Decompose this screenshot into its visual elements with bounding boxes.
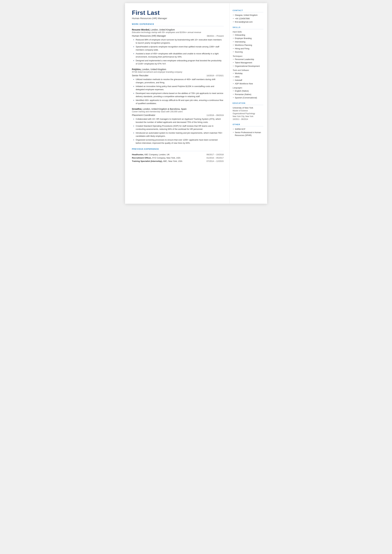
name-title-block: First Last Human Resources (HR) Manager <box>132 9 224 20</box>
sidebar: CONTACT Glasgow, United Kingdom +44 1234… <box>230 3 267 204</box>
bullet-list-0: Reduced 88% of employee churn turnover b… <box>132 38 224 65</box>
tool-workday: Workday <box>233 72 263 75</box>
other-sphr: Senior Professional in Human Resources (… <box>233 131 263 137</box>
candidate-title: Human Resources (HR) Manager <box>132 17 224 20</box>
previous-experience-heading: PREVIOUS EXPERIENCE <box>132 148 224 151</box>
contact-phone: +44 1234567890 <box>233 17 263 20</box>
main-column: First Last Human Resources (HR) Manager … <box>125 3 230 204</box>
tool-hris: HRIS <box>233 76 263 78</box>
skills-heading: SKILLS <box>233 26 263 29</box>
bullet-item: Designed and implemented a new employee … <box>133 59 224 65</box>
company-block-growthsi: Growthsi, London, United Kingdom & Barce… <box>132 108 224 145</box>
languages-label: Languages: <box>233 87 263 89</box>
job-title-line-0: Human Resources (HR) Manager 08/2021 – P… <box>132 35 224 37</box>
company-name-resume-worded: Resume Worded, London, United Kingdom <box>132 28 224 31</box>
prev-exp-dates-0: 06/2017 – 10/2018 <box>206 153 224 156</box>
edu-field: Organizational Psychology <box>233 112 263 115</box>
company-desc-polyhire: NYSE-listed recruitment and employer bra… <box>132 71 224 73</box>
bullet-list-1: Utilized mediation methods to resolve th… <box>132 78 224 105</box>
skill-onboarding: Onboarding <box>233 34 263 37</box>
work-experience-heading: WORK EXPERIENCE <box>132 23 224 26</box>
lang-romanian: Romanian (Native) <box>233 93 263 96</box>
contact-location: Glasgow, United Kingdom <box>233 14 263 17</box>
job-title-1: Senior Recruiter <box>132 74 148 77</box>
skill-workforce-planning: Workforce Planning <box>233 44 263 47</box>
job-title-line-2: Placement Coordinator 11/2018 – 09/2019 <box>132 114 224 116</box>
bullet-item: Assisted a team of 450+ employees with d… <box>133 52 224 58</box>
hard-skills-list: Onboarding Employer Branding Interviewin… <box>233 34 263 54</box>
prev-exp-left-0: Headhunter, ABC Company, London, UK <box>132 153 207 156</box>
edu-location: New York City, New York <box>233 115 263 118</box>
tools-list: Workday HRIS Hubstaff ADP Workforce Now <box>233 72 263 85</box>
company-block-resume-worded: Resume Worded, London, United Kingdom Ed… <box>132 28 224 65</box>
bullet-item: Utilized mediation methods to resolve th… <box>133 78 224 84</box>
technique-talent-management: Talent Management <box>233 61 263 64</box>
bullet-item: Collaborated with 10+ HR managers to imp… <box>133 118 224 124</box>
other-list: SHRM-SCP Senior Professional in Human Re… <box>233 128 263 137</box>
lang-english: English (Native) <box>233 90 263 92</box>
company-name-polyhire: Polyhire, London, United Kingdom <box>132 68 224 70</box>
job-dates-2: 11/2018 – 09/2019 <box>206 114 224 116</box>
bullet-item: Reduced 88% of employee churn turnover b… <box>133 38 224 44</box>
contact-heading: CONTACT <box>233 9 263 12</box>
prev-exp-row-1: Recruitment Officer, XYZ Company, New Yo… <box>132 157 224 159</box>
job-title-2: Placement Coordinator <box>132 114 155 116</box>
other-shrm: SHRM-SCP <box>233 128 263 131</box>
bullet-list-2: Collaborated with 10+ HR managers to imp… <box>132 118 224 145</box>
job-title-line-1: Senior Recruiter 10/2019 – 07/2021 <box>132 74 224 77</box>
edu-university: University of New York <box>233 107 263 109</box>
languages-list: English (Native) Romanian (Native) Spani… <box>233 90 263 99</box>
bullet-item: Identified 430+ applicants to occupy dif… <box>133 99 224 105</box>
prev-exp-left-1: Recruitment Officer, XYZ Company, New Yo… <box>132 157 207 159</box>
prev-exp-row-2: Training Specialist (Internship), ABC, N… <box>132 160 224 162</box>
prev-exp-row-0: Headhunter, ABC Company, London, UK 06/2… <box>132 153 224 156</box>
lang-spanish: Spanish (Conversational) <box>233 97 263 99</box>
techniques-label: Techniques: <box>233 55 263 57</box>
skill-employer-branding: Employer Branding <box>233 37 263 40</box>
candidate-name: First Last <box>132 9 224 16</box>
education-heading: EDUCATION <box>233 102 263 105</box>
technique-org-development: Organizational Development <box>233 65 263 68</box>
skill-hiring-firing: Hiring and Firing <box>233 47 263 50</box>
tool-adp: ADP Workforce Now <box>233 83 263 85</box>
bullet-item: Created Standard Operating Procedures (S… <box>133 125 224 131</box>
job-dates-1: 10/2019 – 07/2021 <box>206 74 224 77</box>
job-dates-0: 08/2021 – Present <box>207 35 224 37</box>
other-heading: OTHER <box>233 124 263 126</box>
prev-exp-dates-1: 01/2016 – 05/2017 <box>206 157 224 159</box>
contact-list: Glasgow, United Kingdom +44 1234567890 f… <box>233 14 263 23</box>
edu-degree: Master of Science <box>233 109 263 112</box>
skill-interviewing: Interviewing <box>233 41 263 43</box>
skill-sourcing: Sourcing <box>233 51 263 54</box>
company-block-polyhire: Polyhire, London, United Kingdom NYSE-li… <box>132 68 224 105</box>
company-name-growthsi: Growthsi, London, United Kingdom & Barce… <box>132 108 224 110</box>
prev-exp-left-2: Training Specialist (Internship), ABC, N… <box>132 160 207 162</box>
hard-skills-label: Hard Skills: <box>233 31 263 33</box>
resume-page: First Last Human Resources (HR) Manager … <box>125 3 267 204</box>
bullet-item: Spearheaded a dynamic employee recogniti… <box>133 45 224 51</box>
previous-experience-table: Headhunter, ABC Company, London, UK 06/2… <box>132 153 224 162</box>
tool-hubstaff: Hubstaff <box>233 79 263 82</box>
techniques-list: Personnel Leadership Talent Management O… <box>233 58 263 68</box>
bullet-item: Developed new employment criteria based … <box>133 92 224 98</box>
contact-email: first.last@gmail.com <box>233 21 263 23</box>
job-title-0: Human Resources (HR) Manager <box>132 35 166 37</box>
prev-exp-dates-2: 07/2014 – 12/2015 <box>206 160 224 162</box>
company-desc-resume-worded: Education technology startup with 50+ em… <box>132 31 224 34</box>
bullet-item: Organized screening processes to ensure … <box>133 138 224 145</box>
company-desc-growthsi: Career training and membership SaaS with… <box>132 111 224 113</box>
tools-label: Tools and Software: <box>233 69 263 71</box>
bullet-item: Initiated an innovative hiring policy th… <box>133 85 224 91</box>
education-block-0: University of New York Master of Science… <box>233 107 263 121</box>
edu-dates: 10/2011 - 06/2014 <box>233 118 263 121</box>
bullet-item: Introduced an automated system to monito… <box>133 131 224 138</box>
technique-personnel-leadership: Personnel Leadership <box>233 58 263 61</box>
